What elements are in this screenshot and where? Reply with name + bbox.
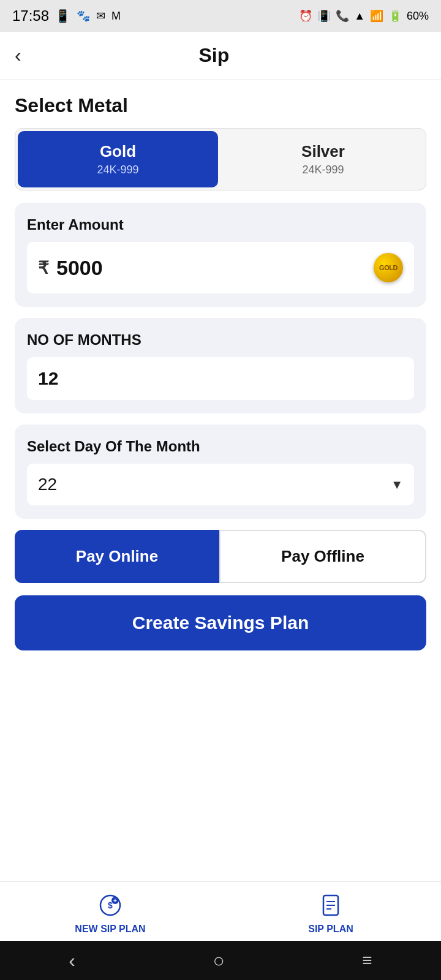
top-nav: ‹ Sip [0,32,441,80]
pay-online-button[interactable]: Pay Online [15,530,219,583]
amount-input-row[interactable]: ₹ 5000 GOLD [27,242,414,293]
battery-icon: 🔋 [388,9,402,23]
create-savings-plan-button[interactable]: Create Savings Plan [15,595,426,650]
signal-icon: 📶 [370,9,383,23]
day-label: Select Day Of The Month [27,438,414,455]
gold-label: Gold [24,142,212,161]
call-icon: 📞 [336,9,349,23]
amount-value[interactable]: 5000 [56,256,374,280]
gmail-icon: M [111,10,121,23]
day-value: 22 [38,475,391,494]
vibrate-icon: 📳 [317,9,331,23]
months-label: NO OF MONTHS [27,331,414,349]
silver-label: Silver [229,142,417,161]
status-time: 17:58 [12,7,49,24]
day-section: Select Day Of The Month 22 ▼ [15,424,426,519]
amount-section: Enter Amount ₹ 5000 GOLD [15,203,426,307]
rupee-symbol: ₹ [38,258,49,278]
sip-plan-icon [316,891,345,920]
android-back-icon[interactable]: ‹ [69,949,75,972]
day-dropdown[interactable]: 22 ▼ [27,464,414,505]
metal-selector: Gold 24K-999 Silver 24K-999 [15,128,426,190]
android-menu-icon[interactable]: ≡ [362,951,372,970]
gold-coin-icon: GOLD [374,253,403,282]
battery-level: 60% [407,10,429,23]
months-section: NO OF MONTHS 12 [15,318,426,413]
pay-offline-button[interactable]: Pay Offline [219,530,426,583]
gold-sub: 24K-999 [24,164,212,176]
amount-label: Enter Amount [27,216,414,233]
new-sip-plan-icon: $ + [96,891,125,920]
tab-sip-plan[interactable]: SIP PLAN [221,891,441,935]
new-sip-plan-label: NEW SIP PLAN [75,924,145,935]
whatsapp-icon: 📱 [55,9,70,23]
page-title: Sip [34,44,394,67]
alarm-icon: ⏰ [299,9,312,23]
status-bar-right: ⏰ 📳 📞 ▲ 📶 🔋 60% [299,9,429,23]
status-bar-left: 17:58 📱 🐾 ✉ M [12,7,121,24]
android-nav-bar: ‹ ○ ≡ [0,941,441,980]
android-home-icon[interactable]: ○ [213,949,224,972]
main-content: Select Metal Gold 24K-999 Silver 24K-999… [0,80,441,881]
coin-label: GOLD [379,264,398,271]
bottom-tab-bar: $ + NEW SIP PLAN SIP PLAN [0,881,441,941]
mail-icon: ✉ [96,9,105,23]
svg-text:+: + [113,897,117,904]
dropdown-arrow-icon: ▼ [391,478,403,492]
wifi-icon: ▲ [354,10,365,23]
silver-sub: 24K-999 [229,164,417,176]
payment-row: Pay Online Pay Offline [15,530,426,583]
sip-plan-label: SIP PLAN [308,924,353,935]
status-bar: 17:58 📱 🐾 ✉ M ⏰ 📳 📞 ▲ 📶 🔋 60% [0,0,441,32]
gold-option[interactable]: Gold 24K-999 [18,131,218,187]
tab-new-sip-plan[interactable]: $ + NEW SIP PLAN [0,891,221,935]
back-button[interactable]: ‹ [15,44,21,67]
select-metal-title: Select Metal [15,94,426,117]
months-input-row[interactable]: 12 [27,357,414,400]
location-icon: 🐾 [77,9,90,23]
months-value[interactable]: 12 [38,368,58,389]
silver-option[interactable]: Silver 24K-999 [223,131,423,187]
